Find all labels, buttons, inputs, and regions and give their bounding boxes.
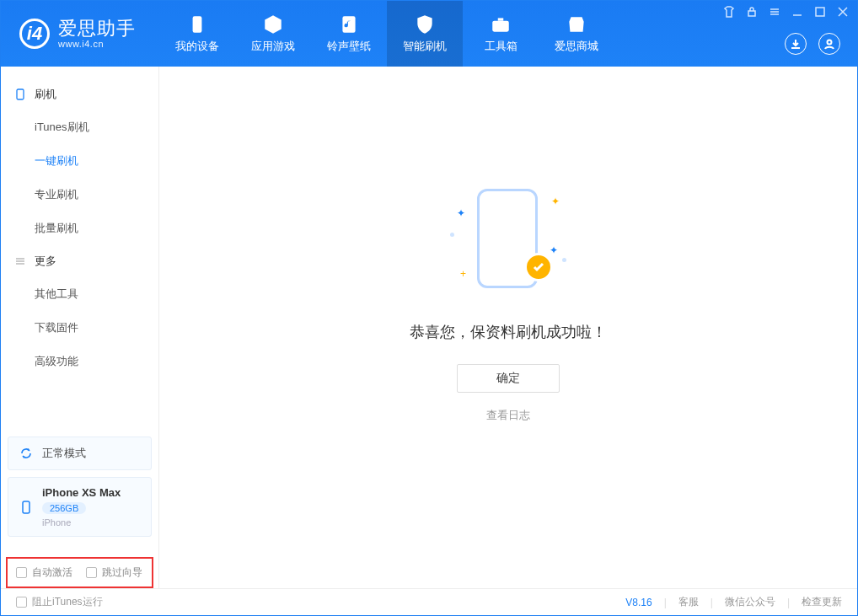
nav-ringtones[interactable]: 铃声壁纸 (311, 1, 387, 67)
sidebar-item-download-firmware[interactable]: 下载固件 (1, 311, 158, 345)
svg-rect-0 (193, 16, 202, 33)
device-capacity: 256GB (42, 502, 86, 514)
minimize-icon[interactable] (791, 6, 803, 18)
svg-rect-2 (492, 21, 509, 32)
toolbox-icon (490, 13, 512, 35)
lock-icon[interactable] (746, 6, 758, 18)
footer-link-update[interactable]: 检查更新 (802, 595, 842, 609)
checkbox-label: 跳过向导 (102, 565, 142, 580)
sidebar-group-flash: 刷机 (1, 78, 158, 110)
phone-outline-icon (14, 88, 26, 100)
logo-icon: i4 (19, 19, 50, 49)
sidebar-item-advanced[interactable]: 高级功能 (1, 345, 158, 378)
sidebar-item-itunes-flash[interactable]: iTunes刷机 (1, 110, 158, 144)
nav-toolbox[interactable]: 工具箱 (463, 1, 539, 67)
version-label: V8.16 (625, 597, 652, 608)
shield-sync-icon (414, 13, 436, 35)
svg-rect-8 (23, 501, 29, 513)
maximize-icon[interactable] (814, 6, 826, 18)
nav-label: 工具箱 (485, 39, 517, 54)
svg-rect-7 (17, 89, 24, 99)
nav-my-device[interactable]: 我的设备 (159, 1, 235, 67)
close-icon[interactable] (837, 6, 849, 18)
mode-box[interactable]: 正常模式 (8, 437, 152, 470)
sidebar-item-one-click-flash[interactable]: 一键刷机 (1, 144, 158, 178)
nav-label: 应用游戏 (251, 39, 295, 54)
window-controls (723, 6, 849, 18)
app-header: i4 爱思助手 www.i4.cn 我的设备 应用游戏 铃声壁纸 智能刷机 工具… (1, 1, 857, 67)
checkbox-auto-activate[interactable]: 自动激活 (16, 565, 72, 580)
nav-smart-flash[interactable]: 智能刷机 (387, 1, 463, 67)
device-box[interactable]: iPhone XS Max 256GB iPhone (8, 477, 152, 537)
device-name: iPhone XS Max (42, 486, 121, 499)
menu-icon[interactable] (769, 6, 780, 18)
checkbox-block-itunes[interactable]: 阻止iTunes运行 (16, 595, 103, 609)
phone-icon (186, 13, 208, 35)
list-icon (14, 255, 26, 267)
sidebar-item-pro-flash[interactable]: 专业刷机 (1, 178, 158, 212)
nav-label: 我的设备 (175, 39, 219, 54)
nav-label: 爱思商城 (555, 39, 598, 54)
download-icon[interactable] (785, 33, 807, 55)
ok-button[interactable]: 确定 (457, 364, 560, 393)
nav-apps-games[interactable]: 应用游戏 (235, 1, 311, 67)
view-log-link[interactable]: 查看日志 (486, 408, 530, 423)
cube-icon (262, 13, 284, 35)
app-subtitle: www.i4.cn (58, 39, 136, 49)
device-type: iPhone (42, 517, 121, 528)
flash-options-highlight: 自动激活 跳过向导 (6, 557, 153, 588)
checkbox-skip-guide[interactable]: 跳过向导 (86, 565, 142, 580)
music-file-icon (338, 13, 360, 35)
sync-icon (19, 446, 34, 461)
main-content: ✦✦+✦ 恭喜您，保资料刷机成功啦！ 确定 查看日志 (159, 67, 857, 588)
app-title: 爱思助手 (58, 19, 136, 39)
header-actions (785, 33, 840, 55)
footer-link-wechat[interactable]: 微信公众号 (725, 595, 775, 609)
checkbox-label: 阻止iTunes运行 (32, 595, 103, 609)
group-title: 更多 (35, 254, 56, 269)
nav-store[interactable]: 爱思商城 (539, 1, 614, 67)
top-nav: 我的设备 应用游戏 铃声壁纸 智能刷机 工具箱 爱思商城 (159, 1, 614, 67)
mode-label: 正常模式 (42, 446, 86, 461)
nav-label: 铃声壁纸 (327, 39, 371, 54)
checkmark-icon (524, 253, 553, 281)
tshirt-icon[interactable] (723, 6, 735, 18)
sidebar-group-more: 更多 (1, 245, 158, 277)
group-title: 刷机 (35, 87, 56, 102)
svg-point-6 (828, 40, 832, 45)
checkbox-label: 自动激活 (32, 565, 72, 580)
footer-link-service[interactable]: 客服 (678, 595, 699, 609)
device-phone-icon (19, 500, 34, 515)
nav-label: 智能刷机 (403, 39, 447, 54)
svg-rect-3 (498, 18, 504, 20)
user-icon[interactable] (818, 33, 840, 55)
success-message: 恭喜您，保资料刷机成功啦！ (410, 322, 607, 342)
sidebar-item-other-tools[interactable]: 其他工具 (1, 277, 158, 311)
svg-rect-1 (342, 16, 355, 33)
sidebar: 刷机 iTunes刷机 一键刷机 专业刷机 批量刷机 更多 其他工具 下载固件 … (1, 67, 159, 588)
logo-area: i4 爱思助手 www.i4.cn (1, 1, 151, 67)
footer: 阻止iTunes运行 V8.16 | 客服 | 微信公众号 | 检查更新 (1, 588, 857, 615)
svg-rect-5 (816, 8, 824, 16)
success-illustration: ✦✦+✦ (462, 182, 555, 300)
sidebar-item-batch-flash[interactable]: 批量刷机 (1, 212, 158, 245)
store-icon (566, 13, 587, 35)
svg-rect-4 (748, 11, 755, 16)
